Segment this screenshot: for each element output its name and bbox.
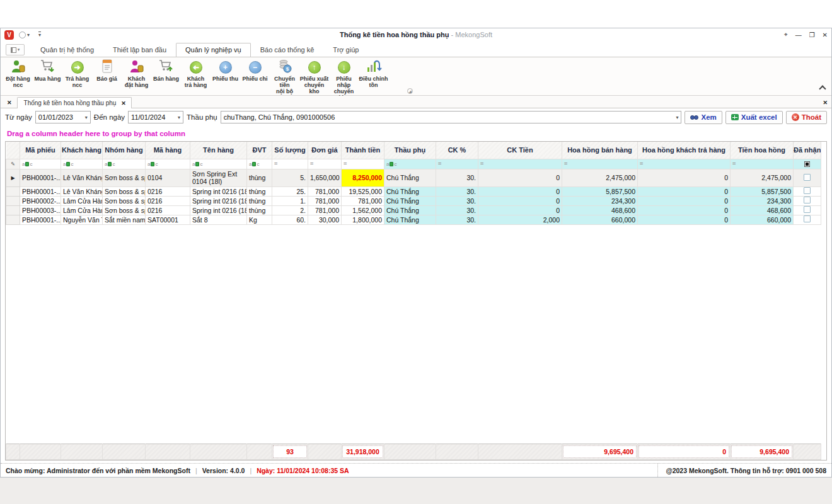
quick-access-caret-icon[interactable]: ▾ xyxy=(27,32,30,38)
cell-hh_ban[interactable]: 5,857,500 xyxy=(562,186,638,196)
to-date-input[interactable]: 11/01/2024▾ xyxy=(128,111,183,123)
table-row[interactable]: PBH00003-...Lâm Cửa HàngSơn boss & sp...… xyxy=(6,205,821,215)
cell-don_gia[interactable]: 30,000 xyxy=(308,215,342,224)
cell-don_gia[interactable]: 781,000 xyxy=(308,196,342,205)
cell-so_luong[interactable]: 5. xyxy=(272,169,308,186)
cell-hh_tra[interactable]: 0 xyxy=(638,186,731,196)
cell-thanh_tien[interactable]: 1,800,000 xyxy=(342,215,384,224)
column-header-ma_hang[interactable]: Mã hàng xyxy=(146,142,190,159)
filter-cell-da_nhan[interactable] xyxy=(794,159,821,169)
filter-cell-ck_tien[interactable]: = xyxy=(478,159,562,169)
ribbon-tab-quản-lý-nghiệp-vụ[interactable]: Quản lý nghiệp vụ xyxy=(176,43,251,57)
filter-cell-thanh_tien[interactable]: = xyxy=(342,159,384,169)
cell-thau_phu[interactable]: Chú Thắng xyxy=(384,196,436,205)
grid-empty-area[interactable] xyxy=(6,225,826,444)
cell-hh_ban[interactable]: 2,475,000 xyxy=(562,169,638,186)
cell-ck_tien[interactable]: 2,000 xyxy=(478,215,562,224)
ribbon-tab-báo-cáo-thống-kê[interactable]: Báo cáo thống kê xyxy=(251,43,324,57)
cell-hh_tra[interactable]: 0 xyxy=(638,196,731,205)
cell-da_nhan[interactable] xyxy=(794,196,821,205)
received-checkbox[interactable] xyxy=(804,215,811,222)
cell-ma_hang[interactable]: 0216 xyxy=(146,196,190,205)
row-indicator[interactable]: ▶ xyxy=(6,169,20,186)
fullscreen-icon[interactable]: ⌖ xyxy=(784,31,788,38)
cell-ck_tien[interactable]: 0 xyxy=(478,169,562,186)
table-row[interactable]: PBH00001-...Lê Văn KhángSơn boss & sp...… xyxy=(6,186,821,196)
filter-cell-khach_hang[interactable]: ac xyxy=(61,159,103,169)
tab-close-icon[interactable]: ✕ xyxy=(121,100,126,106)
cell-so_luong[interactable]: 60. xyxy=(272,215,308,224)
cell-hh_ban[interactable]: 468,600 xyxy=(562,205,638,215)
ribbon-item-phieu-chi[interactable]: −Phiếu chi xyxy=(240,59,270,101)
table-row[interactable]: PBH00001-...Nguyễn Văn TamSắt miền namSA… xyxy=(6,215,821,224)
column-header-da_nhan[interactable]: Đã nhận xyxy=(794,142,821,159)
cell-da_nhan[interactable] xyxy=(794,205,821,215)
cell-dvt[interactable]: thùng xyxy=(247,186,272,196)
minimize-icon[interactable]: — xyxy=(795,32,802,38)
filter-cell-thau_phu[interactable]: ac xyxy=(384,159,436,169)
cell-ck_pct[interactable]: 30. xyxy=(436,186,478,196)
column-header-tien_hh[interactable]: Tiền hoa hồng xyxy=(731,142,794,159)
cell-da_nhan[interactable] xyxy=(794,215,821,224)
cell-nhom_hang[interactable]: Sơn boss & sp... xyxy=(103,186,146,196)
cell-nhom_hang[interactable]: Sơn boss & sp... xyxy=(103,196,146,205)
cell-thanh_tien[interactable]: 19,525,000 xyxy=(342,186,384,196)
cell-tien_hh[interactable]: 234,300 xyxy=(731,196,794,205)
row-indicator[interactable] xyxy=(6,215,20,224)
column-header-ck_tien[interactable]: CK Tiền xyxy=(478,142,562,159)
filter-cell-ck_pct[interactable]: = xyxy=(436,159,478,169)
column-header-thanh_tien[interactable]: Thành tiền xyxy=(342,142,384,159)
cell-don_gia[interactable]: 781,000 xyxy=(308,205,342,215)
cell-nhom_hang[interactable]: Sơn boss & sp... xyxy=(103,205,146,215)
filter-cell-ma_phieu[interactable]: ac xyxy=(20,159,61,169)
cell-dvt[interactable]: thùng xyxy=(247,169,272,186)
cell-ma_phieu[interactable]: PBH00001-... xyxy=(20,169,61,186)
restore-icon[interactable]: ❐ xyxy=(809,32,815,38)
received-checkbox[interactable] xyxy=(804,174,811,181)
cell-tien_hh[interactable]: 5,857,500 xyxy=(731,186,794,196)
row-indicator[interactable] xyxy=(6,186,20,196)
column-header-thau_phu[interactable]: Thầu phụ xyxy=(384,142,436,159)
column-header-hh_ban[interactable]: Hoa hồng bán hàng xyxy=(562,142,638,159)
received-checkbox[interactable] xyxy=(804,206,811,213)
cell-don_gia[interactable]: 781,000 xyxy=(308,186,342,196)
cell-ck_tien[interactable]: 0 xyxy=(478,186,562,196)
cell-da_nhan[interactable] xyxy=(794,169,821,186)
cell-thanh_tien[interactable]: 781,000 xyxy=(342,196,384,205)
table-row[interactable]: PBH00002-...Lâm Cửa HàngSơn boss & sp...… xyxy=(6,196,821,205)
cell-dvt[interactable]: thùng xyxy=(247,196,272,205)
filter-cell-hh_tra[interactable]: = xyxy=(638,159,731,169)
cell-ma_hang[interactable]: 0216 xyxy=(146,186,190,196)
cell-ten_hang[interactable]: Sơn Spring Ext 0104 (18l) xyxy=(190,169,247,186)
filter-cell-don_gia[interactable]: = xyxy=(308,159,342,169)
cell-ck_pct[interactable]: 30. xyxy=(436,196,478,205)
column-header-nhom_hang[interactable]: Nhóm hàng xyxy=(103,142,146,159)
cell-ck_tien[interactable]: 0 xyxy=(478,205,562,215)
cell-thau_phu[interactable]: Chú Thắng xyxy=(384,169,436,186)
ribbon-item-khach-dat-hang[interactable]: Khách đặt hàng xyxy=(122,59,151,101)
filter-cell-hh_ban[interactable]: = xyxy=(562,159,638,169)
cell-don_gia[interactable]: 1,650,000 xyxy=(308,169,342,186)
cell-thanh_tien[interactable]: 1,562,000 xyxy=(342,205,384,215)
close-icon[interactable]: ✕ xyxy=(823,32,828,38)
close-all-tabs-icon[interactable]: ✕ xyxy=(1,100,17,108)
column-header-ck_pct[interactable]: CK % xyxy=(436,142,478,159)
cell-hh_ban[interactable]: 660,000 xyxy=(562,215,638,224)
received-checkbox[interactable] xyxy=(804,197,811,203)
ribbon-tab-quản-trị-hệ-thống[interactable]: Quản trị hệ thống xyxy=(31,43,103,57)
ribbon-item-dat-hang-ncc[interactable]: Đặt hàng ncc xyxy=(3,59,33,101)
column-header-so_luong[interactable]: Số lượng xyxy=(272,142,308,159)
cell-nhom_hang[interactable]: Sơn boss & sp... xyxy=(103,169,146,186)
filter-cell-tien_hh[interactable]: = xyxy=(731,159,794,169)
cell-ck_pct[interactable]: 30. xyxy=(436,215,478,224)
cell-khach_hang[interactable]: Lâm Cửa Hàng xyxy=(61,196,103,205)
close-tab-right-icon[interactable]: ✕ xyxy=(823,100,828,106)
column-header-dvt[interactable]: ĐVT xyxy=(247,142,272,159)
ribbon-item-phieu-nhap-chuyen-kho[interactable]: ↓Phiếu nhập chuyển kho xyxy=(329,59,359,101)
cell-khach_hang[interactable]: Lê Văn Kháng xyxy=(61,186,103,196)
cell-thau_phu[interactable]: Chú Thắng xyxy=(384,205,436,215)
cell-ten_hang[interactable]: Sắt 8 xyxy=(190,215,247,224)
cell-ck_tien[interactable]: 0 xyxy=(478,196,562,205)
cell-ma_phieu[interactable]: PBH00003-... xyxy=(20,205,61,215)
filter-cell-nhom_hang[interactable]: ac xyxy=(103,159,146,169)
